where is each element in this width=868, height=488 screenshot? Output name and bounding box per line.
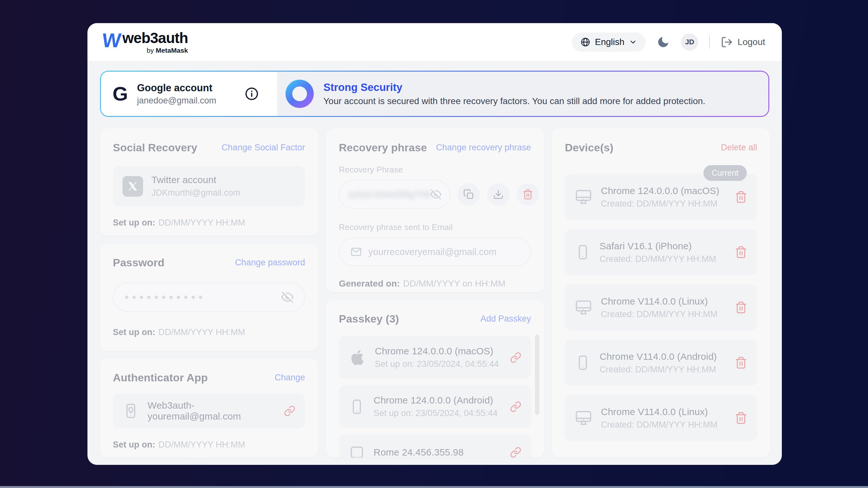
security-status-description: Your account is secured with three recov… — [323, 96, 705, 106]
security-status-banner: G Google account janedoe@gmail.com Stron… — [100, 71, 769, 117]
passkey-card: Passkey (3) Add Passkey Chrome 124.0.0.0… — [326, 300, 544, 457]
passkey-row: Chrome 124.0.0.0 (Android) Set up on: 23… — [339, 385, 531, 428]
login-account-section: G Google account janedoe@gmail.com — [101, 72, 277, 116]
device-meta: Created: DD/MM/YYY HH:MM — [601, 420, 726, 430]
eye-off-icon[interactable] — [431, 189, 441, 200]
account-title: Google account — [137, 82, 235, 94]
setup-value: DD/MM/YYYY HH:MM — [158, 218, 245, 227]
app-header: W web3auth by MetaMask English JD — [88, 23, 782, 61]
recovery-phrase-label: Recovery Phrase — [339, 165, 531, 175]
devices-title: Device(s) — [565, 141, 613, 154]
x-twitter-icon — [123, 176, 143, 197]
recovery-email-value: yourrecoveryemail@gmail.com — [368, 247, 497, 257]
info-icon[interactable] — [244, 87, 259, 101]
trash-icon — [522, 189, 533, 200]
twitter-account-tile: Twitter account JDKmurthi@gmail.com — [113, 166, 305, 206]
bottom-edge-strip — [0, 486, 868, 488]
phone-icon — [575, 244, 591, 261]
recovery-phrase-masked-value: a1b2c3d4e5f6g7h8 — [348, 189, 431, 200]
password-field[interactable]: ••••••••••• — [113, 282, 305, 312]
passkey-meta: Set up on: 23/05/2024, 04:55:44 — [374, 408, 501, 418]
change-password-link[interactable]: Change password — [235, 256, 305, 268]
device-row: Chrome V114.0.0 (Linux) Created: DD/MM/Y… — [565, 284, 757, 331]
device-name: Safari V16.1 (iPhone) — [599, 240, 726, 252]
generated-label: Generated on: — [339, 279, 400, 289]
trash-icon[interactable] — [735, 191, 747, 203]
link-icon[interactable] — [510, 447, 522, 457]
recovery-email-label: Recovery phrase sent to Email — [339, 222, 531, 232]
twitter-account-title: Twitter account — [151, 174, 296, 185]
device-name: Chrome 124.0.0.0 (macOS) — [601, 185, 726, 196]
device-meta: Created: DD/MM/YYY HH:MM — [601, 310, 726, 319]
logo-byline: by MetaMask — [147, 46, 188, 54]
authenticator-account: Web3auth-youremail@gmal.com — [148, 400, 276, 422]
device-meta: Created: DD/MM/YYY HH:MM — [599, 254, 726, 264]
passkey-name: Rome 24.456.355.98 — [374, 447, 501, 457]
current-device-badge: Current — [704, 165, 747, 181]
password-setup-line: Set up on:DD/MM/YYYY HH:MM — [113, 327, 305, 337]
trash-icon[interactable] — [735, 412, 747, 424]
language-selector[interactable]: English — [572, 32, 646, 52]
copy-icon — [463, 189, 474, 200]
link-icon[interactable] — [510, 352, 522, 363]
trash-icon[interactable] — [735, 301, 747, 314]
link-icon[interactable] — [510, 401, 522, 413]
trash-icon[interactable] — [735, 356, 747, 369]
phone-icon — [575, 354, 591, 371]
password-title: Password — [113, 256, 164, 269]
recovery-phrase-title: Recovery phrase — [339, 141, 427, 154]
trash-icon[interactable] — [735, 246, 747, 259]
setup-label: Set up on: — [113, 327, 155, 337]
authenticator-title: Authenticator App — [113, 371, 208, 384]
web3auth-logo-icon: W — [101, 32, 120, 49]
delete-phrase-button[interactable] — [517, 183, 539, 206]
mobile-authenticator-icon — [123, 402, 139, 419]
passkey-name: Chrome 124.0.0.0 (macOS) — [375, 346, 501, 357]
social-recovery-title: Social Recovery — [113, 141, 197, 154]
setup-label: Set up on: — [113, 218, 155, 227]
logout-button[interactable]: Logout — [721, 36, 765, 48]
dark-mode-moon-icon[interactable] — [656, 35, 670, 49]
twitter-account-email: JDKmurthi@gmail.com — [151, 188, 296, 198]
security-strength-ring-icon — [285, 80, 314, 108]
change-authenticator-link[interactable]: Change — [275, 371, 305, 383]
security-status-title: Strong Security — [323, 81, 705, 94]
logout-label: Logout — [738, 37, 765, 47]
main-panel: W web3auth by MetaMask English JD — [88, 23, 782, 465]
logo-wordmark: web3auth — [123, 30, 188, 46]
eye-off-icon[interactable] — [281, 291, 293, 303]
authenticator-setup-line: Set up on:DD/MM/YYYY HH:MM — [113, 440, 305, 450]
device-name: Chrome V114.0.0 (Android) — [599, 351, 726, 362]
generated-value: DD/MM/YYYY on HH:MM — [403, 279, 505, 289]
download-phrase-button[interactable] — [487, 183, 509, 206]
authenticator-account-tile: Web3auth-youremail@gmal.com — [113, 394, 305, 428]
globe-icon — [580, 37, 591, 47]
chevron-down-icon — [629, 38, 637, 46]
social-recovery-card: Social Recovery Change Social Factor Twi… — [100, 129, 318, 236]
avatar[interactable]: JD — [681, 33, 698, 51]
passkey-scrollbar[interactable] — [535, 334, 539, 415]
device-name: Chrome V114.0.0 (Linux) — [601, 406, 726, 417]
desktop-icon — [575, 298, 592, 317]
mail-icon — [350, 246, 362, 258]
generated-on-line: Generated on:DD/MM/YYYY on HH:MM — [339, 279, 531, 289]
delete-all-link[interactable]: Delete all — [721, 141, 757, 153]
device-row: Current Chrome 124.0.0.0 (macOS) Created… — [565, 174, 757, 220]
change-social-factor-link[interactable]: Change Social Factor — [221, 141, 305, 153]
recovery-email-field[interactable]: yourrecoveryemail@gmail.com — [339, 237, 531, 266]
desktop-icon — [575, 409, 592, 427]
copy-phrase-button[interactable] — [458, 183, 480, 206]
setup-value: DD/MM/YYYY HH:MM — [158, 327, 245, 337]
passkey-meta: Set up on: 23/05/2024, 04:55:44 — [375, 359, 501, 369]
add-passkey-link[interactable]: Add Passkey — [480, 313, 531, 324]
password-card: Password Change password ••••••••••• Set… — [100, 243, 318, 351]
unlink-icon[interactable] — [284, 405, 296, 417]
social-setup-line: Set up on:DD/MM/YYYY HH:MM — [113, 218, 305, 228]
change-recovery-phrase-link[interactable]: Change recovery phrase — [436, 141, 531, 153]
logout-icon — [721, 36, 733, 48]
passkey-row: Chrome 124.0.0.0 (macOS) Set up on: 23/0… — [339, 336, 531, 379]
apple-icon — [348, 349, 367, 366]
device-row: Safari V16.1 (iPhone) Created: DD/MM/YYY… — [565, 229, 757, 275]
password-masked-value: ••••••••••• — [124, 291, 281, 303]
recovery-phrase-field[interactable]: a1b2c3d4e5f6g7h8 — [339, 180, 451, 209]
